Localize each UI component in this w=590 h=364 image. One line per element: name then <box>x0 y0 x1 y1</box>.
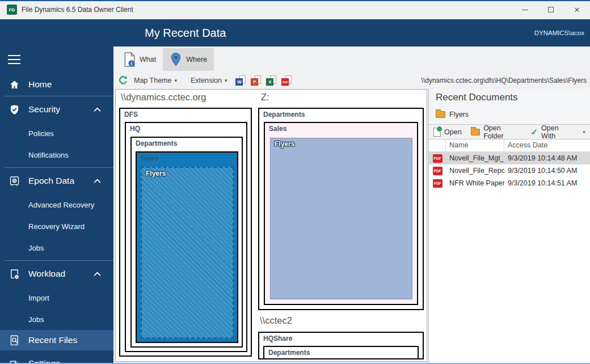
sidebar-item-label: Jobs <box>28 244 44 252</box>
sidebar-item-policies[interactable]: Policies <box>0 124 113 143</box>
checklist-icon <box>9 358 20 364</box>
sidebar-item-epoch-data[interactable]: Epoch Data <box>0 170 113 192</box>
refresh-icon[interactable] <box>118 75 128 86</box>
extension-label: Extension <box>191 77 222 84</box>
sidebar-item-label: Home <box>28 79 52 90</box>
folder-name: Flyers <box>449 111 469 118</box>
recent-documents-title: Recent Documents <box>436 92 518 103</box>
sidebar-item-label: Import <box>28 294 49 302</box>
file-name: Novell_File_Repo... <box>446 167 504 175</box>
sidebar-item-label: Advanced Recovery <box>28 201 94 209</box>
treemap-box-departments[interactable]: Departments Sales Flyers <box>130 137 243 348</box>
tab-where[interactable]: Where <box>163 48 214 71</box>
access-date-column-header[interactable]: Access Date <box>504 139 590 151</box>
table-row[interactable]: PDF Novell_File_Mgt_... 9/3/2019 10:14:4… <box>429 152 590 164</box>
sidebar-item-settings[interactable]: Settings <box>0 353 113 364</box>
treemap-box-label: HQ <box>130 125 140 133</box>
documents-button-bar: Open Open Folder ✓ Open With ▾ <box>429 124 590 139</box>
document-gear-icon <box>9 268 20 280</box>
open-label: Open <box>444 128 462 136</box>
treemap-box-sales[interactable]: Sales Flyers <box>136 151 238 343</box>
icon-column-header[interactable] <box>429 139 446 151</box>
sidebar-item-import[interactable]: Import <box>0 288 113 307</box>
folder-icon <box>471 129 481 136</box>
powerpoint-letter: P <box>251 78 258 86</box>
open-with-button[interactable]: ✓ Open With <box>531 124 574 140</box>
word-filter-icon[interactable]: W <box>235 75 246 86</box>
documents-table: Name Access Date PDF Novell_File_Mgt_...… <box>429 139 590 363</box>
sidebar-item-recovery-wizard[interactable]: Recovery Wizard <box>0 217 113 236</box>
extension-dropdown[interactable]: Extension ▾ <box>191 77 227 84</box>
sidebar: Home Security Policies Notifications Epo… <box>0 46 113 363</box>
pdf-letter: PDF <box>281 78 289 86</box>
pdf-file-icon: PDF <box>433 167 442 175</box>
sidebar-item-workload-jobs[interactable]: Jobs <box>0 310 113 329</box>
caret-down-icon: ▾ <box>174 78 177 83</box>
treemap-box-label: Departments <box>263 111 305 118</box>
file-access-date: 9/3/2019 10:14:51 AM <box>504 179 590 187</box>
sidebar-item-recent-files[interactable]: Recent Files <box>0 330 113 350</box>
sidebar-item-home[interactable]: Home <box>0 74 113 95</box>
treemap-box-label: Flyers <box>275 140 294 148</box>
powerpoint-filter-icon[interactable]: P <box>251 75 261 86</box>
open-button[interactable]: Open <box>433 128 462 137</box>
page-header: My Recent Data DYNAMICS\acox <box>0 19 590 46</box>
app-logo-icon: FD <box>7 5 17 15</box>
server2-group-label: \\cctec2 <box>260 315 292 326</box>
treemap-box-hqshare-departments[interactable]: Departments <box>263 346 419 359</box>
sidebar-item-advanced-recovery[interactable]: Advanced Recovery <box>0 195 113 214</box>
maximize-button[interactable] <box>538 1 564 18</box>
chevron-up-icon <box>94 107 101 112</box>
folder-breadcrumb: Flyers <box>436 111 469 118</box>
treemap-box-hq[interactable]: HQ Departments Sales Flyers <box>125 122 247 352</box>
name-column-header[interactable]: Name <box>446 139 504 151</box>
map-theme-dropdown[interactable]: Map Theme ▾ <box>134 77 177 84</box>
window-controls: ✕ <box>512 1 590 18</box>
word-letter: W <box>235 78 243 86</box>
tab-label: What <box>140 56 156 64</box>
sidebar-item-label: Epoch Data <box>28 176 74 186</box>
window-title: File Dynamics 6.5 Data Owner Client <box>22 6 133 14</box>
close-button[interactable]: ✕ <box>564 1 590 18</box>
maximize-icon <box>548 7 554 12</box>
map-toolbar: Map Theme ▾ Extension ▾ W P X <box>118 73 587 88</box>
pdf-file-icon: PDF <box>433 179 442 188</box>
sidebar-item-security[interactable]: Security <box>0 99 113 120</box>
hamburger-menu-icon[interactable] <box>8 55 20 67</box>
excel-filter-icon[interactable]: X <box>266 75 276 86</box>
treemap-box-hqshare[interactable]: HQShare Departments <box>258 332 424 359</box>
sidebar-item-label: Recovery Wizard <box>28 222 85 231</box>
checkmark-icon: ✓ <box>531 127 538 137</box>
treemap-box-dfs[interactable]: DFS HQ Departments Sales Flyers <box>119 108 252 357</box>
treemap-box-z-departments[interactable]: Departments Sales Flyers <box>258 108 424 310</box>
treemap-box-flyers[interactable]: Flyers <box>141 167 234 338</box>
overflow-caret-icon[interactable]: ▾ <box>583 129 585 135</box>
view-tabs: i What Where <box>116 48 214 71</box>
sidebar-item-workload[interactable]: Workload <box>0 263 113 285</box>
titlebar: FD File Dynamics 6.5 Data Owner Client ✕ <box>0 1 590 18</box>
treemap-box-label: Sales <box>141 154 158 162</box>
sidebar-item-label: Security <box>28 104 60 115</box>
sidebar-item-notifications[interactable]: Notifications <box>0 145 113 164</box>
pdf-filter-icon[interactable]: PDF <box>281 75 292 86</box>
sidebar-item-label: Policies <box>28 129 54 138</box>
open-folder-button[interactable]: Open Folder <box>471 124 522 140</box>
treemap-box-z-sales[interactable]: Sales Flyers <box>264 122 418 305</box>
minimize-button[interactable] <box>512 1 538 18</box>
page-title: My Recent Data <box>145 27 226 40</box>
sidebar-item-epoch-jobs[interactable]: Jobs <box>0 238 113 257</box>
sidebar-item-label: Workload <box>28 269 65 279</box>
pdf-file-icon: PDF <box>433 154 442 163</box>
table-row[interactable]: PDF Novell_File_Repo... 9/3/2019 10:14:5… <box>429 164 590 177</box>
minimize-icon <box>522 10 528 10</box>
treemap-box-z-flyers[interactable]: Flyers <box>270 138 412 299</box>
main-content: i What Where Map Theme ▾ <box>113 46 590 363</box>
tab-what[interactable]: i What <box>116 48 163 71</box>
tab-label: Where <box>186 56 207 64</box>
table-row[interactable]: PDF NFR White Paper... 9/3/2019 10:14:51… <box>429 177 590 189</box>
document-info-icon: i <box>123 52 136 67</box>
chevron-up-icon <box>94 272 101 277</box>
map-theme-label: Map Theme <box>134 77 171 84</box>
map-pin-icon <box>170 52 182 67</box>
logged-in-user: DYNAMICS\acox <box>534 29 584 36</box>
